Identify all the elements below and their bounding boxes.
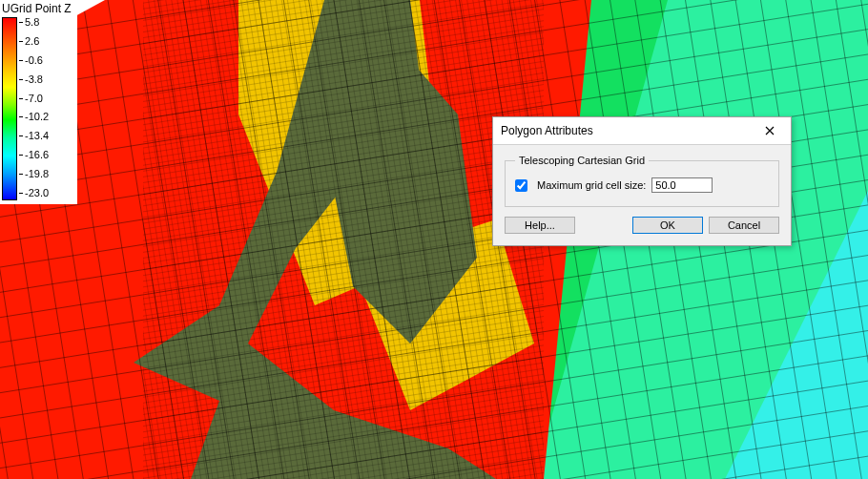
help-button[interactable]: Help... (505, 217, 575, 234)
max-cell-size-checkbox[interactable] (515, 179, 527, 192)
telescoping-grid-group: Telescoping Cartesian Grid Maximum grid … (505, 155, 779, 207)
legend-colorbar (2, 17, 17, 200)
legend-tick: -10.2 (19, 112, 49, 122)
legend-tick: 5.8 (19, 17, 49, 28)
group-label: Telescoping Cartesian Grid (515, 155, 649, 166)
legend-tick: 2.6 (19, 36, 49, 47)
svg-rect-9 (143, 0, 544, 479)
viewport: UGrid Point Z 5.8 2.6 -0.6 -3.8 -7.0 -10… (0, 0, 868, 479)
close-button[interactable] (751, 119, 789, 142)
max-cell-size-label: Maximum grid cell size: (537, 179, 646, 191)
dialog-titlebar[interactable]: Polygon Attributes (493, 117, 791, 145)
close-icon (765, 126, 775, 135)
legend-tick: -16.6 (19, 150, 49, 160)
legend-tick-labels: 5.8 2.6 -0.6 -3.8 -7.0 -10.2 -13.4 -16.6… (19, 17, 49, 198)
legend-tick: -3.8 (19, 74, 49, 85)
dialog-button-row: Help... OK Cancel (505, 215, 779, 234)
legend-tick: -0.6 (19, 55, 49, 66)
color-legend: UGrid Point Z 5.8 2.6 -0.6 -3.8 -7.0 -10… (0, 0, 77, 204)
legend-tick: -19.8 (19, 169, 49, 179)
polygon-attributes-dialog: Polygon Attributes Telescoping Cartesian… (492, 116, 792, 246)
dialog-title: Polygon Attributes (501, 124, 593, 137)
max-cell-size-input[interactable] (651, 177, 713, 193)
ok-button[interactable]: OK (632, 217, 703, 234)
legend-tick: -23.0 (19, 188, 49, 198)
legend-title: UGrid Point Z (2, 2, 72, 15)
legend-tick: -7.0 (19, 94, 49, 104)
cancel-button[interactable]: Cancel (709, 217, 779, 234)
legend-tick: -13.4 (19, 131, 49, 141)
